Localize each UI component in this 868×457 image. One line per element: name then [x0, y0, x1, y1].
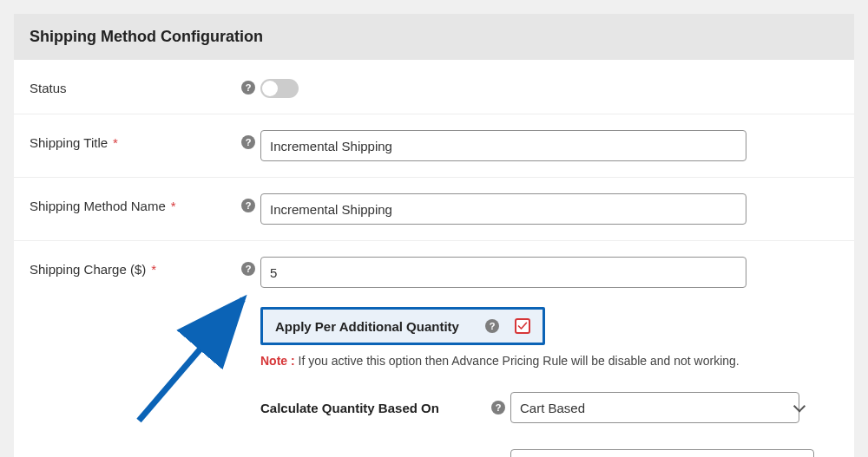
method-name-input[interactable]	[260, 193, 746, 225]
row-fee-per-qty: Fee per Additional Quantity ($)* ?	[260, 449, 838, 457]
panel-title: Shipping Method Configuration	[14, 14, 854, 60]
help-icon[interactable]: ?	[241, 81, 255, 95]
config-panel: Shipping Method Configuration Status ? S…	[14, 14, 854, 457]
status-label: Status	[30, 75, 236, 95]
method-name-label: Shipping Method Name*	[30, 193, 236, 213]
status-help: ?	[236, 75, 260, 95]
apply-per-qty-box: Apply Per Additional Quantity ?	[260, 307, 545, 345]
required-marker: *	[151, 262, 156, 277]
check-icon	[517, 321, 528, 331]
help-icon[interactable]: ?	[485, 319, 499, 333]
row-shipping-charge: Shipping Charge ($)* ? Apply Per Additio…	[14, 241, 854, 457]
shipping-charge-input[interactable]	[260, 257, 746, 288]
help-icon[interactable]: ?	[241, 262, 255, 276]
status-toggle[interactable]	[260, 79, 299, 98]
row-shipping-title: Shipping Title* ?	[14, 114, 854, 178]
shipping-title-label: Shipping Title*	[30, 130, 236, 150]
apply-per-qty-checkbox[interactable]	[515, 318, 530, 334]
calc-based-on-select[interactable]: Cart Based	[510, 392, 799, 423]
row-method-name: Shipping Method Name* ?	[14, 178, 854, 241]
help-icon[interactable]: ?	[491, 401, 505, 415]
apply-per-qty-label: Apply Per Additional Quantity	[275, 319, 470, 334]
required-marker: *	[171, 199, 176, 213]
calc-based-on-label: Calculate Quantity Based On	[260, 401, 486, 415]
help-icon[interactable]: ?	[241, 135, 255, 149]
fee-per-qty-input[interactable]	[510, 449, 814, 457]
help-icon[interactable]: ?	[241, 199, 255, 212]
shipping-charge-label: Shipping Charge ($)*	[30, 257, 236, 277]
required-marker: *	[113, 135, 118, 150]
apply-per-qty-note: Note : If you active this option then Ad…	[260, 354, 838, 368]
row-calc-based-on: Calculate Quantity Based On ? Cart Based	[260, 392, 838, 423]
shipping-title-input[interactable]	[260, 130, 746, 161]
row-status: Status ?	[14, 60, 854, 114]
